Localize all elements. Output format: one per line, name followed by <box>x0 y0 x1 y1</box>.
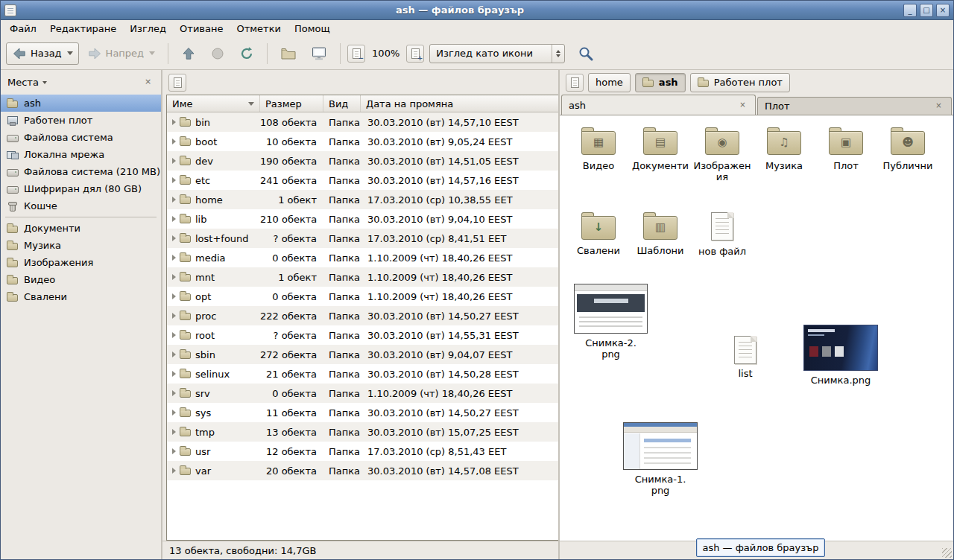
column-header-size[interactable]: Размер <box>260 95 323 112</box>
table-row-lost-found[interactable]: lost+found? обектаПапка17.03.2010 (ср) 8… <box>167 229 558 248</box>
table-row-dev[interactable]: dev190 обектаПапка30.03.2010 (вт) 14,51,… <box>167 151 558 171</box>
up-button[interactable] <box>175 42 202 65</box>
expander-icon[interactable] <box>172 371 176 377</box>
tab-plot[interactable]: Плот × <box>757 97 952 115</box>
breadcrumb-ash[interactable]: ash <box>635 73 686 92</box>
expander-icon[interactable] <box>172 139 176 144</box>
expander-icon[interactable] <box>172 332 176 338</box>
table-row-opt[interactable]: opt0 обектаПапка1.10.2009 (чт) 18,40,26 … <box>167 287 558 306</box>
icon-item-snimka-1[interactable]: Снимка-1.png <box>622 422 698 496</box>
table-row-media[interactable]: media0 обектаПапка1.10.2009 (чт) 18,40,2… <box>167 248 558 267</box>
expander-icon[interactable] <box>172 313 176 319</box>
breadcrumb-desktop[interactable]: Работен плот <box>690 73 790 92</box>
expander-icon[interactable] <box>172 274 176 280</box>
column-header-name[interactable]: Име <box>167 95 260 112</box>
menu-view[interactable]: Изглед <box>123 20 173 37</box>
expander-icon[interactable] <box>172 390 176 396</box>
computer-button[interactable] <box>305 42 333 66</box>
sidebar-item-documents[interactable]: Документи <box>1 220 161 237</box>
menu-bookmarks[interactable]: Отметки <box>230 20 287 37</box>
table-row-sys[interactable]: sys11 обектаПапка30.03.2010 (вт) 14,50,2… <box>167 403 558 422</box>
table-row-etc[interactable]: etc241 обектаПапка30.03.2010 (вт) 14,57,… <box>167 171 558 190</box>
sidebar-item-trash[interactable]: Кошче <box>1 197 161 214</box>
table-row-selinux[interactable]: selinux21 обектаПапка30.03.2010 (вт) 14,… <box>167 364 558 384</box>
expander-icon[interactable] <box>172 468 176 474</box>
expander-icon[interactable] <box>172 255 176 261</box>
view-mode-combobox[interactable]: Изглед като икони <box>429 44 565 63</box>
expander-icon[interactable] <box>172 410 176 416</box>
column-header-type[interactable]: Вид <box>323 95 361 112</box>
expander-icon[interactable] <box>172 197 176 203</box>
forward-button[interactable]: Напред <box>81 42 161 65</box>
tab-ash[interactable]: ash × <box>561 95 756 115</box>
titlebar[interactable]: ash — файлов браузър _ □ × <box>1 1 953 20</box>
table-row-bin[interactable]: bin108 обектаПапка30.03.2010 (вт) 14,57,… <box>167 112 558 132</box>
expander-icon[interactable] <box>172 216 176 222</box>
icon-item-pictures[interactable]: ◉ Изображения <box>692 127 752 182</box>
table-row-lib[interactable]: lib210 обектаПапка30.03.2010 (вт) 9,04,1… <box>167 209 558 229</box>
resize-grip[interactable] <box>942 548 952 558</box>
expander-icon[interactable] <box>172 429 176 435</box>
sidebar-close-button[interactable]: × <box>142 76 154 89</box>
sidebar-item-downloads[interactable]: Свалени <box>1 288 161 305</box>
minimize-button[interactable]: _ <box>903 4 917 17</box>
zoom-in-button[interactable]: + <box>406 45 424 63</box>
menu-file[interactable]: Файл <box>3 20 43 37</box>
location-toggle-button[interactable] <box>168 74 186 92</box>
table-row-home[interactable]: home1 обектПапка17.03.2010 (ср) 10,38,55… <box>167 190 558 209</box>
sidebar-item-videos[interactable]: Видео <box>1 271 161 288</box>
sidebar-item-filesystem[interactable]: Файлова система <box>1 129 161 146</box>
maximize-button[interactable]: □ <box>920 4 933 17</box>
expander-icon[interactable] <box>172 293 176 299</box>
menu-help[interactable]: Помощ <box>288 20 337 37</box>
table-row-mnt[interactable]: mnt1 обектПапка1.10.2009 (чт) 18,40,26 E… <box>167 267 558 287</box>
stop-button[interactable] <box>204 42 231 65</box>
table-row-sbin[interactable]: sbin272 обектаПапка30.03.2010 (вт) 9,04,… <box>167 345 558 364</box>
column-header-date[interactable]: Дата на промяна <box>361 95 558 112</box>
back-history-caret-icon[interactable] <box>67 51 73 55</box>
table-row-boot[interactable]: boot10 обектаПапка30.03.2010 (вт) 9,05,2… <box>167 132 558 151</box>
tab-close-icon[interactable]: × <box>933 101 944 112</box>
sidebar-item-filesystem-210mb[interactable]: Файлова система (210 MB) <box>1 163 161 180</box>
icon-item-documents[interactable]: ▤ Документи <box>631 127 690 171</box>
sidebar-item-encrypted-80gb[interactable]: Шифриран дял (80 GB) <box>1 180 161 197</box>
zoom-out-button[interactable]: − <box>347 45 365 63</box>
sidebar-title[interactable]: Места <box>7 77 39 88</box>
sidebar-mode-caret-icon[interactable] <box>42 81 47 84</box>
icon-item-snimka-2[interactable]: Снимка-2.png <box>573 284 648 360</box>
tab-close-icon[interactable]: × <box>737 100 748 111</box>
expander-icon[interactable] <box>172 177 176 183</box>
breadcrumb-home[interactable]: home <box>588 73 631 92</box>
icon-item-music[interactable]: ♫ Музика <box>754 127 814 171</box>
reload-button[interactable] <box>233 42 260 65</box>
icon-item-list[interactable]: list <box>721 336 770 379</box>
expander-icon[interactable] <box>172 158 176 164</box>
table-row-var[interactable]: var20 обектаПапка30.03.2010 (вт) 14,57,0… <box>167 461 558 480</box>
home-button[interactable] <box>274 42 303 66</box>
combo-spinner[interactable] <box>552 45 564 63</box>
sidebar-item-desktop[interactable]: Работен плот <box>1 112 161 129</box>
sidebar-item-local-network[interactable]: Локална мрежа <box>1 146 161 163</box>
table-row-srv[interactable]: srv0 обектаПапка1.10.2009 (чт) 18,40,26 … <box>167 384 558 403</box>
icon-item-snimka[interactable]: Снимка.png <box>803 325 879 386</box>
sidebar-item-music[interactable]: Музика <box>1 237 161 254</box>
table-row-tmp[interactable]: tmp13 обектаПапка30.03.2010 (вт) 15,07,2… <box>167 422 558 442</box>
table-row-usr[interactable]: usr12 обектаПапка17.03.2010 (ср) 8,51,43… <box>167 442 558 461</box>
menu-edit[interactable]: Редактиране <box>43 20 123 37</box>
location-toggle-button[interactable] <box>566 74 584 92</box>
expander-icon[interactable] <box>172 448 176 454</box>
close-button[interactable]: × <box>936 4 950 17</box>
sidebar-item-pictures[interactable]: Изображения <box>1 254 161 271</box>
table-row-root[interactable]: root? обектаПапка30.03.2010 (вт) 14,55,3… <box>167 325 558 345</box>
sidebar-item-ash[interactable]: ash <box>1 95 161 112</box>
icon-item-desktop-folder[interactable]: ▣ Плот <box>816 127 876 171</box>
menu-go[interactable]: Отиване <box>173 20 230 37</box>
table-row-proc[interactable]: proc222 обектаПапка30.03.2010 (вт) 14,50… <box>167 306 558 325</box>
expander-icon[interactable] <box>172 351 176 357</box>
icon-item-downloads[interactable]: ↓ Свалени <box>569 212 628 256</box>
icon-item-templates[interactable]: ▥ Шаблони <box>631 212 690 256</box>
back-button[interactable]: Назад <box>6 42 79 65</box>
icon-view[interactable]: ▦ Видео ▤ Документи ◉ Изображения ♫ Музи… <box>560 115 953 541</box>
icon-item-new-file[interactable]: нов файл <box>692 212 752 257</box>
icon-item-public[interactable]: ☻ Публични <box>878 127 938 171</box>
